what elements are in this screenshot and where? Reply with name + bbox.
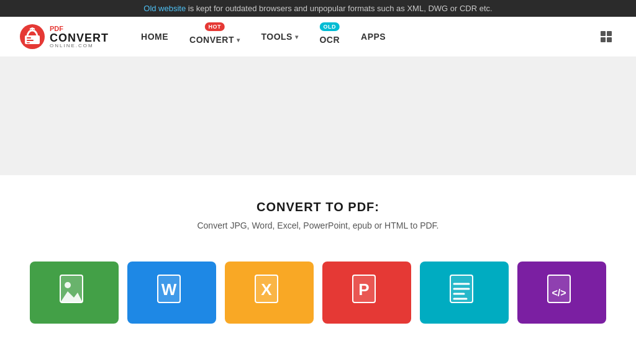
section-subtitle: Convert JPG, Word, Excel, PowerPoint, ep… xyxy=(12,221,624,230)
main-nav: HOME HOT CONVERT ▾ TOOLS ▾ OLD OCR APPS xyxy=(134,24,595,50)
nav-tools[interactable]: TOOLS ▾ xyxy=(253,27,306,47)
logo[interactable]: PDF CONVERT ONLINE.COM xyxy=(19,23,109,50)
nav-home[interactable]: HOME xyxy=(134,27,176,47)
svg-rect-6 xyxy=(607,31,612,36)
svg-text:X: X xyxy=(261,280,272,299)
card-ppt[interactable]: P xyxy=(322,262,411,324)
header: PDF CONVERT ONLINE.COM HOME HOT CONVERT … xyxy=(0,17,636,57)
card-text[interactable] xyxy=(420,262,509,324)
svg-rect-4 xyxy=(27,42,30,43)
format-cards: W X P </> xyxy=(0,262,636,336)
card-jpg[interactable] xyxy=(30,262,119,324)
card-html[interactable]: </> xyxy=(517,262,606,324)
svg-text:P: P xyxy=(358,280,369,299)
header-icons xyxy=(595,25,617,48)
nav-apps[interactable]: APPS xyxy=(353,27,393,47)
logo-online: ONLINE.COM xyxy=(50,43,109,48)
convert-section: CONVERT TO PDF: Convert JPG, Word, Excel… xyxy=(0,175,636,262)
nav-ocr[interactable]: OLD OCR xyxy=(312,24,347,50)
old-badge: OLD xyxy=(320,22,340,31)
svg-rect-8 xyxy=(607,37,612,42)
svg-rect-2 xyxy=(27,37,31,39)
svg-rect-5 xyxy=(601,31,606,36)
svg-text:</>: </> xyxy=(552,288,566,298)
svg-rect-7 xyxy=(601,37,606,42)
card-excel[interactable]: X xyxy=(225,262,314,324)
logo-convert: CONVERT xyxy=(50,32,109,43)
nav-convert[interactable]: HOT CONVERT ▾ xyxy=(182,24,247,50)
card-word[interactable]: W xyxy=(127,262,216,324)
svg-point-11 xyxy=(65,282,71,288)
top-banner: Old website is kept for outdated browser… xyxy=(0,0,636,17)
svg-text:W: W xyxy=(161,280,176,299)
section-title: CONVERT TO PDF: xyxy=(12,200,624,214)
hero-banner xyxy=(0,57,636,175)
old-website-link[interactable]: Old website xyxy=(143,4,186,13)
user-icon-button[interactable] xyxy=(595,25,617,48)
hot-badge: HOT xyxy=(204,22,225,31)
logo-pdf: PDF xyxy=(50,25,109,32)
convert-arrow: ▾ xyxy=(237,37,240,43)
svg-rect-3 xyxy=(27,40,34,41)
tools-arrow: ▾ xyxy=(295,34,299,40)
